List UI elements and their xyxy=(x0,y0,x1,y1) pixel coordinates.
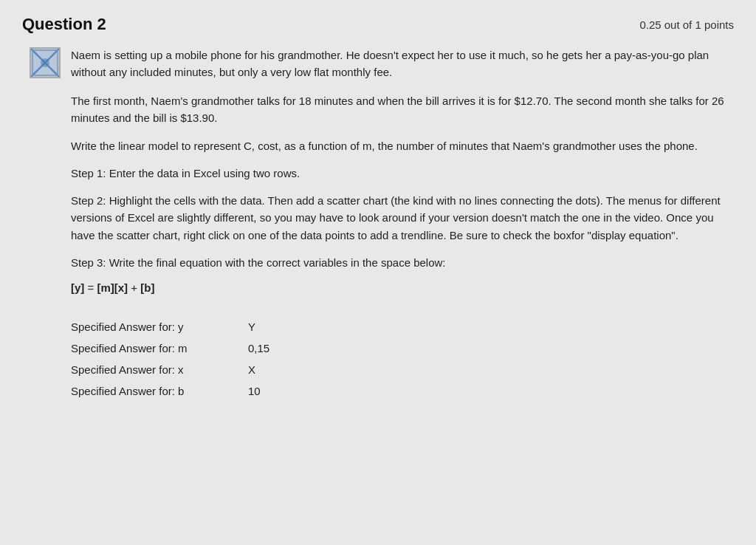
step-2: Step 2: Highlight the cells with the dat… xyxy=(71,192,734,244)
answer-label-0: Specified Answer for: y xyxy=(71,321,248,333)
answer-value-2: X xyxy=(248,363,255,376)
answer-value-1: 0,15 xyxy=(248,342,269,354)
page-container: Question 2 0.25 out of 1 points Naem is … xyxy=(0,0,756,545)
eq-y: [y] xyxy=(71,281,84,294)
score-text: 0.25 out of 1 points xyxy=(639,18,734,31)
content-area: Naem is setting up a mobile phone for hi… xyxy=(22,47,734,402)
paragraph-3: Write the linear model to represent C, c… xyxy=(71,137,734,154)
intro-row: Naem is setting up a mobile phone for hi… xyxy=(30,47,734,80)
answer-label-3: Specified Answer for: b xyxy=(71,385,248,397)
question-icon xyxy=(30,47,61,78)
step-1: Step 1: Enter the data in Excel using tw… xyxy=(71,165,734,182)
answer-value-3: 10 xyxy=(248,385,261,397)
answers-table: Specified Answer for: yYSpecified Answer… xyxy=(71,316,734,402)
eq-mx: [m][x] xyxy=(97,281,128,294)
answer-row-3: Specified Answer for: b10 xyxy=(71,380,734,402)
answer-label-1: Specified Answer for: m xyxy=(71,342,248,354)
answer-row-1: Specified Answer for: m0,15 xyxy=(71,337,734,359)
answer-value-0: Y xyxy=(248,321,255,333)
step-3: Step 3: Write the final equation with th… xyxy=(71,254,734,271)
eq-b: [b] xyxy=(140,281,154,294)
svg-point-4 xyxy=(41,58,49,67)
paragraph-2: The first month, Naem's grandmother talk… xyxy=(71,92,734,127)
icon-svg xyxy=(31,49,59,77)
equation-display: [y] = [m][x] + [b] xyxy=(71,281,734,294)
answer-label-2: Specified Answer for: x xyxy=(71,363,248,376)
intro-paragraph-1: Naem is setting up a mobile phone for hi… xyxy=(71,47,734,80)
answer-row-0: Specified Answer for: yY xyxy=(71,316,734,337)
answer-row-2: Specified Answer for: xX xyxy=(71,359,734,380)
header-row: Question 2 0.25 out of 1 points xyxy=(22,15,734,34)
question-title: Question 2 xyxy=(22,15,106,34)
